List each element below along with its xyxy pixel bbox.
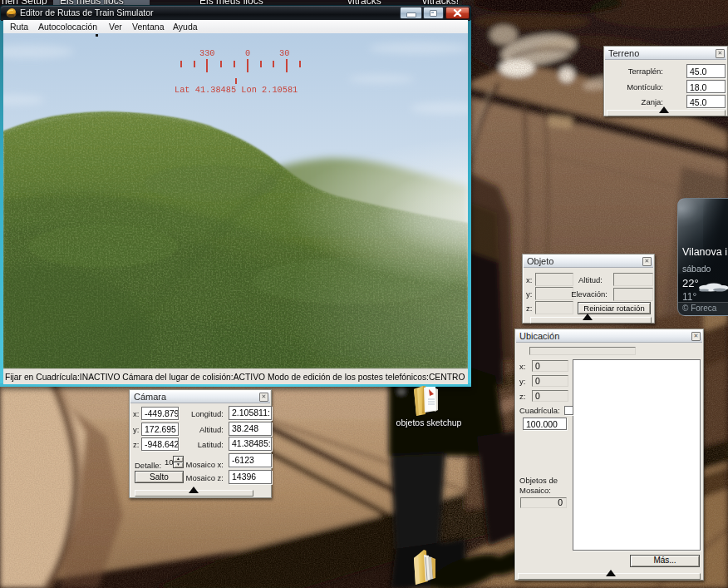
svg-text:330: 330 bbox=[199, 48, 215, 58]
svg-text:Lat 41.38485 Lon 2.10581: Lat 41.38485 Lon 2.10581 bbox=[175, 85, 298, 95]
svg-text:0: 0 bbox=[245, 48, 250, 58]
svg-text:30: 30 bbox=[279, 48, 289, 58]
